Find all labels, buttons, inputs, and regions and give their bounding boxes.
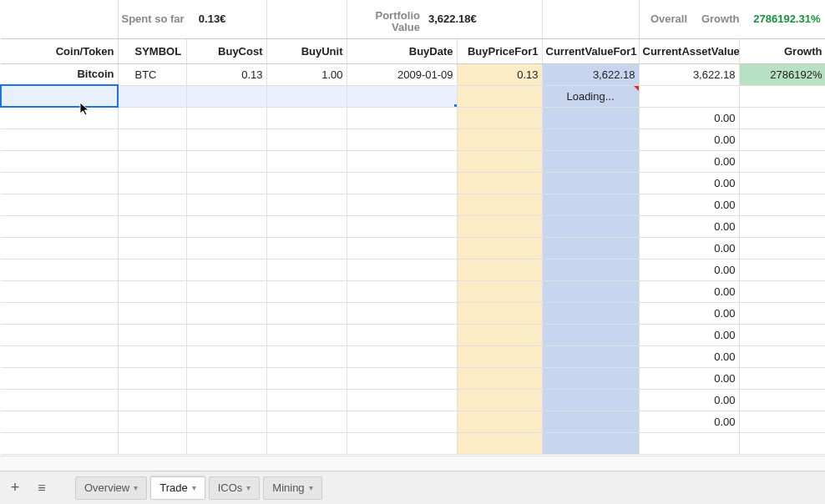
- cell[interactable]: [1, 411, 118, 432]
- header-curval1[interactable]: CurrentValueFor1: [542, 38, 639, 63]
- overall-growth-cell[interactable]: Overall Growth 2786192.31%: [639, 0, 825, 38]
- table-row[interactable]: 0.00: [1, 411, 825, 432]
- cell[interactable]: [1, 432, 118, 454]
- tab-icos[interactable]: ICOs ▾: [209, 476, 261, 500]
- cell[interactable]: [118, 172, 186, 194]
- tab-trade[interactable]: Trade ▾: [150, 476, 205, 500]
- cell[interactable]: [118, 107, 186, 129]
- portfolio-cell[interactable]: Portfolio Value 3,622.18€: [347, 0, 542, 38]
- cell[interactable]: [542, 280, 639, 302]
- header-symbol[interactable]: SYMBOL: [118, 38, 186, 63]
- cell-assetval[interactable]: 0.00: [639, 107, 739, 129]
- header-growth[interactable]: Growth: [739, 38, 825, 63]
- cell[interactable]: [186, 85, 266, 107]
- cell-blank[interactable]: [266, 0, 347, 38]
- cell[interactable]: [739, 367, 825, 389]
- table-row[interactable]: Loading...: [1, 85, 825, 107]
- cell[interactable]: [347, 432, 457, 454]
- spreadsheet-area[interactable]: Spent so far 0.13€ Portfolio Value 3,622…: [0, 0, 825, 471]
- cell[interactable]: [347, 389, 457, 411]
- cell[interactable]: [186, 389, 266, 411]
- cell[interactable]: [118, 85, 186, 107]
- cell[interactable]: [347, 215, 457, 237]
- cell[interactable]: [186, 107, 266, 129]
- table-row[interactable]: 0.00: [1, 194, 825, 215]
- cell[interactable]: [457, 172, 542, 194]
- cell[interactable]: [457, 389, 542, 411]
- cell[interactable]: [186, 411, 266, 432]
- tab-overview[interactable]: Overview ▾: [75, 476, 147, 500]
- cell[interactable]: [542, 432, 639, 454]
- cell[interactable]: [457, 215, 542, 237]
- cell[interactable]: [457, 194, 542, 215]
- cell[interactable]: [542, 150, 639, 172]
- cell[interactable]: [347, 150, 457, 172]
- table-row[interactable]: 0.00: [1, 237, 825, 259]
- error-indicator-icon[interactable]: [634, 86, 639, 91]
- cell[interactable]: [118, 367, 186, 389]
- spreadsheet-grid[interactable]: Spent so far 0.13€ Portfolio Value 3,622…: [0, 0, 825, 455]
- cell-assetval[interactable]: 0.00: [639, 345, 739, 367]
- cell[interactable]: [542, 129, 639, 150]
- cell-assetval[interactable]: 0.00: [639, 172, 739, 194]
- cell[interactable]: [347, 280, 457, 302]
- cell[interactable]: [118, 194, 186, 215]
- cell[interactable]: [1, 150, 118, 172]
- cell[interactable]: [118, 259, 186, 280]
- cell[interactable]: [186, 129, 266, 150]
- cell[interactable]: [639, 432, 739, 454]
- cell[interactable]: [739, 237, 825, 259]
- cell-loading[interactable]: Loading...: [542, 85, 639, 107]
- header-coin[interactable]: Coin/Token: [1, 38, 118, 63]
- cell[interactable]: [739, 280, 825, 302]
- cell[interactable]: [457, 150, 542, 172]
- cell[interactable]: [542, 259, 639, 280]
- cell[interactable]: [1, 215, 118, 237]
- table-row[interactable]: 0.00: [1, 345, 825, 367]
- cell[interactable]: [639, 85, 739, 107]
- horizontal-scrollbar[interactable]: [0, 456, 825, 471]
- table-row[interactable]: 0.00: [1, 389, 825, 411]
- tab-mining[interactable]: Mining ▾: [263, 476, 321, 500]
- cell-coin[interactable]: Bitcoin: [1, 63, 118, 85]
- cell[interactable]: [266, 107, 347, 129]
- cell[interactable]: [739, 85, 825, 107]
- cell[interactable]: [266, 194, 347, 215]
- cell[interactable]: [542, 215, 639, 237]
- table-row[interactable]: 0.00: [1, 280, 825, 302]
- cell[interactable]: [186, 172, 266, 194]
- cell[interactable]: [266, 150, 347, 172]
- cell-assetval[interactable]: 0.00: [639, 150, 739, 172]
- cell[interactable]: [739, 215, 825, 237]
- cell[interactable]: [118, 237, 186, 259]
- cell[interactable]: [266, 237, 347, 259]
- header-buyprice1[interactable]: BuyPriceFor1: [457, 38, 542, 63]
- add-sheet-button[interactable]: +: [3, 476, 27, 500]
- cell-curval1[interactable]: 3,622.18: [542, 63, 639, 85]
- cell[interactable]: [1, 345, 118, 367]
- cell-buycost[interactable]: 0.13: [186, 63, 266, 85]
- cell[interactable]: [542, 345, 639, 367]
- cell[interactable]: [118, 389, 186, 411]
- cell[interactable]: [118, 150, 186, 172]
- cell-assetval[interactable]: 0.00: [639, 367, 739, 389]
- cell[interactable]: [347, 259, 457, 280]
- cell[interactable]: [457, 411, 542, 432]
- cell[interactable]: [347, 345, 457, 367]
- cell[interactable]: [1, 389, 118, 411]
- cell[interactable]: [186, 150, 266, 172]
- cell[interactable]: [457, 259, 542, 280]
- header-buydate[interactable]: BuyDate: [347, 38, 457, 63]
- cell-blank[interactable]: [542, 0, 639, 38]
- cell-assetval[interactable]: 0.00: [639, 215, 739, 237]
- cell[interactable]: [186, 345, 266, 367]
- cell[interactable]: [457, 107, 542, 129]
- cell[interactable]: [542, 237, 639, 259]
- cell[interactable]: [118, 302, 186, 324]
- cell[interactable]: [266, 129, 347, 150]
- cell[interactable]: [186, 215, 266, 237]
- cell-buyunit[interactable]: 1.00: [266, 63, 347, 85]
- cell[interactable]: [266, 172, 347, 194]
- cell-assetval[interactable]: 0.00: [639, 194, 739, 215]
- cell[interactable]: [542, 302, 639, 324]
